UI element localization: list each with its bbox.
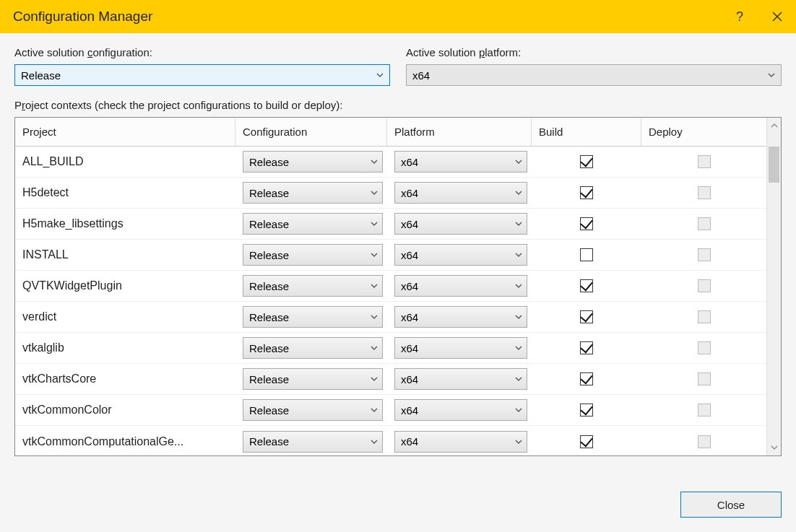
project-name: vtkalglib [15,333,235,363]
active-solution-platform-value: x64 [412,69,430,82]
scroll-thumb[interactable] [769,147,779,183]
deploy-checkbox [698,155,711,168]
build-checkbox[interactable] [580,279,593,292]
table-row: vtkalglibReleasex64 [15,333,766,364]
active-solution-platform-label: Active solution platform: [406,46,782,58]
row-platform-combo[interactable]: x64 [394,213,527,235]
content-area: Active solution configuration: Release A… [0,33,796,532]
grid-rows: ALL_BUILDReleasex64H5detectReleasex64H5m… [15,147,766,455]
row-platform-combo[interactable]: x64 [394,337,527,359]
chevron-down-icon [515,158,522,165]
table-row: verdictReleasex64 [15,302,766,333]
deploy-checkbox [698,310,711,323]
project-name: ALL_BUILD [15,147,235,177]
project-name: verdict [15,302,235,332]
close-button[interactable]: Close [680,492,782,518]
project-name: INSTALL [15,240,235,270]
project-name: vtkChartsCore [15,364,235,394]
build-checkbox[interactable] [580,186,593,199]
build-checkbox[interactable] [580,341,593,354]
header-configuration[interactable]: Configuration [235,118,387,146]
header-deploy[interactable]: Deploy [641,118,766,146]
active-solution-platform-combo[interactable]: x64 [406,64,782,86]
header-platform[interactable]: Platform [387,118,532,146]
grid-header: Project Configuration Platform Build Dep… [15,118,766,147]
row-platform-combo[interactable]: x64 [394,182,527,204]
chevron-down-icon [515,282,522,289]
project-name: QVTKWidgetPlugin [15,271,235,301]
help-button[interactable]: ? [721,0,758,33]
chevron-down-icon [515,438,522,445]
build-checkbox[interactable] [580,372,593,385]
scroll-up-icon[interactable] [767,118,781,134]
row-config-combo[interactable]: Release [243,337,383,359]
chevron-down-icon [371,189,378,196]
chevron-down-icon [371,344,378,352]
chevron-down-icon [371,406,378,414]
row-config-combo[interactable]: Release [243,275,383,297]
vertical-scrollbar[interactable] [766,118,781,455]
table-row: vtkCommonComputationalGe...Releasex64 [15,426,766,455]
close-icon[interactable] [758,0,796,33]
project-grid: Project Configuration Platform Build Dep… [14,117,782,456]
row-config-combo[interactable]: Release [243,431,383,453]
titlebar[interactable]: Configuration Manager ? [0,0,796,33]
row-config-combo[interactable]: Release [243,244,383,266]
active-solution-config-combo[interactable]: Release [14,64,390,86]
row-config-combo[interactable]: Release [243,182,383,204]
row-platform-combo[interactable]: x64 [394,306,527,328]
row-platform-combo[interactable]: x64 [394,151,527,173]
row-config-combo[interactable]: Release [243,213,383,235]
row-platform-combo[interactable]: x64 [394,399,527,421]
deploy-checkbox [698,186,711,199]
active-solution-config-label: Active solution configuration: [14,46,390,58]
chevron-down-icon [515,313,522,320]
grid-body: Project Configuration Platform Build Dep… [15,118,766,455]
chevron-down-icon [515,344,522,352]
deploy-checkbox [698,248,711,261]
table-row: INSTALLReleasex64 [15,240,766,271]
deploy-checkbox [698,372,711,385]
chevron-down-icon [371,220,378,227]
row-platform-combo[interactable]: x64 [394,244,527,266]
row-config-combo[interactable]: Release [243,306,383,328]
deploy-checkbox [698,404,711,417]
chevron-down-icon [515,220,522,227]
chevron-down-icon [768,71,775,79]
row-platform-combo[interactable]: x64 [394,368,527,390]
row-config-combo[interactable]: Release [243,368,383,390]
table-row: vtkChartsCoreReleasex64 [15,364,766,395]
scroll-down-icon[interactable] [767,440,781,455]
build-checkbox[interactable] [580,404,593,417]
deploy-checkbox [698,279,711,292]
footer: Close [680,492,782,518]
solution-selectors: Active solution configuration: Release A… [14,46,782,86]
table-row: ALL_BUILDReleasex64 [15,147,766,178]
chevron-down-icon [371,313,378,320]
table-row: H5make_libsettingsReleasex64 [15,209,766,240]
build-checkbox[interactable] [580,217,593,230]
window-title: Configuration Manager [13,9,152,25]
build-checkbox[interactable] [580,155,593,168]
project-name: vtkCommonComputationalGe... [15,426,235,455]
header-project[interactable]: Project [15,118,235,146]
build-checkbox[interactable] [580,310,593,323]
row-config-combo[interactable]: Release [243,151,383,173]
chevron-down-icon [515,406,522,414]
header-build[interactable]: Build [532,118,641,146]
row-platform-combo[interactable]: x64 [394,431,527,453]
project-name: H5make_libsettings [15,209,235,239]
chevron-down-icon [515,189,522,196]
deploy-checkbox [698,217,711,230]
deploy-checkbox [698,435,711,448]
title-controls: ? [721,0,796,33]
active-solution-config-value: Release [21,69,61,82]
chevron-down-icon [515,251,522,258]
build-checkbox[interactable] [580,435,593,448]
project-name: H5detect [15,178,235,208]
chevron-down-icon [515,375,522,383]
build-checkbox[interactable] [580,248,593,261]
row-config-combo[interactable]: Release [243,399,383,421]
project-contexts-label: Project contexts (check the project conf… [14,99,782,111]
row-platform-combo[interactable]: x64 [394,275,527,297]
